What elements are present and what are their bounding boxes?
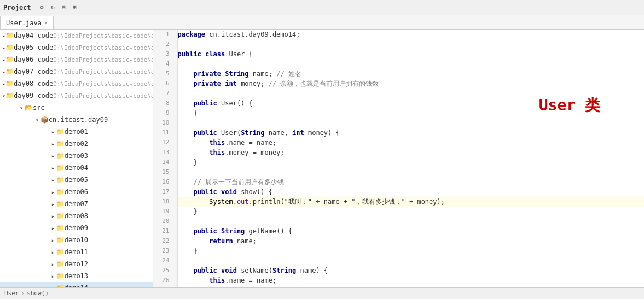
tab-close-button[interactable]: ×: [44, 20, 48, 26]
line-number: 14: [153, 157, 170, 167]
line-content[interactable]: // 展示一下当前用户有多少钱: [177, 177, 644, 187]
table-row: 2: [153, 39, 644, 49]
sidebar-item-day08-code[interactable]: ▸📁day08-code D:\IdeaProjects\basic-code\…: [0, 78, 153, 90]
sidebar-item-demo03[interactable]: ▸📁demo03: [0, 150, 153, 162]
line-content[interactable]: [177, 39, 644, 49]
line-content[interactable]: this.money = money;: [177, 148, 644, 157]
line-content[interactable]: private int money; // 余额，也就是当前用户拥有的钱数: [177, 79, 644, 89]
arrow-icon: ▸: [50, 225, 56, 231]
sidebar-item-demo05[interactable]: ▸📁demo05: [0, 174, 153, 186]
collapse-icon[interactable]: ⊟: [60, 3, 68, 12]
line-number: 5: [153, 69, 170, 79]
line-gutter: [170, 89, 177, 98]
arrow-icon: ▸: [50, 177, 56, 183]
line-content[interactable]: }: [177, 108, 644, 118]
line-content[interactable]: }: [177, 246, 644, 256]
table-row: 22 return name;: [153, 236, 644, 246]
line-content[interactable]: this.name = name;: [177, 275, 644, 285]
line-content[interactable]: this.name = name;: [177, 138, 644, 148]
sidebar-label: demo11: [65, 248, 88, 256]
arrow-icon: ▸: [50, 153, 56, 159]
sidebar-item-day04-code[interactable]: ▸📁day04-code D:\IdeaProjects\basic-code\…: [0, 30, 153, 42]
sidebar-item-demo13[interactable]: ▸📁demo13: [0, 270, 153, 282]
sidebar-item-src[interactable]: ▾📂src: [0, 102, 153, 114]
settings-icon[interactable]: ⚙: [38, 3, 47, 12]
line-number: 27: [153, 285, 170, 287]
line-content[interactable]: [177, 118, 644, 128]
sidebar-label: demo02: [65, 140, 88, 148]
line-content[interactable]: public User(String name, int money) {: [177, 128, 644, 138]
line-content[interactable]: public void setName(String name) {: [177, 266, 644, 275]
line-content[interactable]: System.out.println("我叫：" + name + "，我有多少…: [177, 197, 644, 207]
line-gutter: [170, 98, 177, 108]
sidebar-item-day07-code[interactable]: ▸📁day07-code D:\IdeaProjects\basic-code\…: [0, 66, 153, 78]
sidebar-item-demo07[interactable]: ▸📁demo07: [0, 198, 153, 210]
line-content[interactable]: package cn.itcast.day09.demo14;: [177, 30, 644, 39]
table-row: 6 private int money; // 余额，也就是当前用户拥有的钱数: [153, 79, 644, 89]
sidebar-item-demo08[interactable]: ▸📁demo08: [0, 210, 153, 222]
sidebar-label: demo10: [65, 236, 88, 244]
line-gutter: [170, 128, 177, 138]
sidebar-label: demo03: [65, 152, 88, 160]
project-sidebar[interactable]: ▸📁day04-code D:\IdeaProjects\basic-code\…: [0, 30, 153, 287]
arrow-icon: ▸: [50, 165, 56, 171]
sidebar-item-demo14[interactable]: ▸📁demo14: [0, 282, 153, 287]
line-gutter: [170, 30, 177, 39]
line-content[interactable]: public void show() {: [177, 187, 644, 197]
table-row: 13 this.money = money;: [153, 148, 644, 157]
line-gutter: [170, 256, 177, 266]
line-gutter: [170, 197, 177, 207]
table-row: 1package cn.itcast.day09.demo14;: [153, 30, 644, 39]
line-content[interactable]: [177, 256, 644, 266]
line-number: 16: [153, 177, 170, 187]
sidebar-item-demo09[interactable]: ▸📁demo09: [0, 222, 153, 234]
line-content[interactable]: [177, 167, 644, 177]
line-content[interactable]: public String getName() {: [177, 226, 644, 236]
sidebar-item-demo12[interactable]: ▸📁demo12: [0, 258, 153, 270]
toolbar: Project ⚙ ↻ ⊟ ⊞: [0, 0, 644, 15]
line-content[interactable]: [177, 59, 644, 69]
sidebar-label: demo13: [65, 272, 88, 280]
line-content[interactable]: [177, 216, 644, 226]
line-number: 19: [153, 207, 170, 216]
line-gutter: [170, 187, 177, 197]
code-table: 1package cn.itcast.day09.demo14;2 3publi…: [153, 30, 644, 287]
sidebar-item-day05-code[interactable]: ▸📁day05-code D:\IdeaProjects\basic-code\…: [0, 42, 153, 54]
line-content[interactable]: }: [177, 157, 644, 167]
arrow-icon: ▸: [50, 189, 56, 195]
sidebar-item-day06-code[interactable]: ▸📁day06-code D:\IdeaProjects\basic-code\…: [0, 54, 153, 66]
sidebar-item-demo11[interactable]: ▸📁demo11: [0, 246, 153, 258]
line-content[interactable]: private String name; // 姓名: [177, 69, 644, 79]
sidebar-item-demo04[interactable]: ▸📁demo04: [0, 162, 153, 174]
sidebar-item-cn.itcast.day09[interactable]: ▾📦cn.itcast.day09: [0, 114, 153, 126]
line-gutter: [170, 236, 177, 246]
sync-icon[interactable]: ↻: [49, 3, 57, 12]
arrow-icon: ▸: [50, 261, 56, 267]
breadcrumb-method: show(): [27, 290, 49, 297]
tab-user-java[interactable]: User.java ×: [0, 16, 54, 29]
sidebar-item-demo02[interactable]: ▸📁demo02: [0, 138, 153, 150]
line-number: 7: [153, 89, 170, 98]
line-content[interactable]: public class User {: [177, 49, 644, 59]
table-row: 8 public User() {: [153, 98, 644, 108]
line-content[interactable]: }: [177, 207, 644, 216]
line-number: 18: [153, 197, 170, 207]
sidebar-label: demo05: [65, 176, 88, 184]
line-content[interactable]: }: [177, 285, 644, 287]
line-gutter: [170, 266, 177, 275]
breadcrumb-class: User: [4, 290, 19, 297]
arrow-icon: ▸: [50, 237, 56, 243]
line-content[interactable]: public User() {: [177, 98, 644, 108]
line-content[interactable]: return name;: [177, 236, 644, 246]
line-content[interactable]: [177, 89, 644, 98]
sidebar-item-demo10[interactable]: ▸📁demo10: [0, 234, 153, 246]
sidebar-item-day09-code[interactable]: ▾📁day09-code D:\IdeaProjects\basic-code\…: [0, 90, 153, 102]
sidebar-item-demo01[interactable]: ▸📁demo01: [0, 126, 153, 138]
line-gutter: [170, 59, 177, 69]
table-row: 15: [153, 167, 644, 177]
code-editor[interactable]: User 类 1package cn.itcast.day09.demo14;2…: [153, 30, 644, 287]
table-row: 20: [153, 216, 644, 226]
sidebar-item-demo06[interactable]: ▸📁demo06: [0, 186, 153, 198]
sidebar-label: demo08: [65, 212, 88, 220]
expand-icon[interactable]: ⊞: [71, 3, 79, 12]
